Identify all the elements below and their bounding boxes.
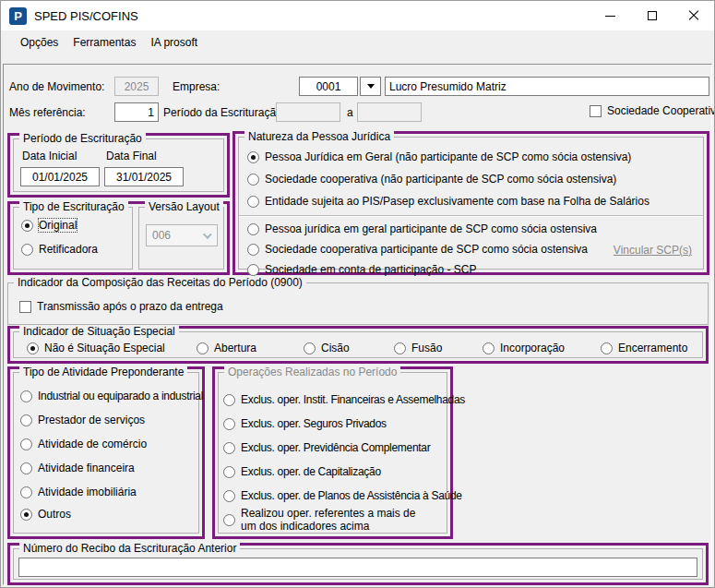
radio-incorporacao[interactable]: Incorporação <box>483 342 565 354</box>
radio-mais-de-um-indicador[interactable]: Realizou oper. referentes a mais de um d… <box>223 508 433 534</box>
minimize-icon <box>605 16 615 17</box>
radio-label: Pessoa jurídica em geral participante de… <box>265 222 597 235</box>
situacao-especial-highlight: Indicador de Situação Especial Não é Sit… <box>7 326 709 364</box>
radio-atividade-financeira[interactable]: Atividade financeira <box>20 462 135 474</box>
mes-referencia-field[interactable] <box>114 102 159 122</box>
window-controls <box>590 1 714 30</box>
periodo-escrituracao-highlight: Período de Escrituração Data Inicial Dat… <box>7 133 230 198</box>
menu-opcoes[interactable]: Opções <box>13 32 66 53</box>
radio-prestador-servicos[interactable]: Prestador de serviços <box>20 414 145 426</box>
radio-cooperativa-participante-scp[interactable]: Sociedade cooperativa participante de SC… <box>247 243 588 256</box>
maximize-icon <box>648 11 657 20</box>
menu-ia-prosoft[interactable]: IA prosoft <box>143 32 205 53</box>
chevron-down-icon <box>203 230 212 239</box>
minimize-button[interactable] <box>590 1 631 30</box>
radio-icon <box>304 342 316 354</box>
radio-entidade-folha-salarios[interactable]: Entidade sujeita ao PIS/Pasep exclusivam… <box>247 195 649 208</box>
radio-pj-geral[interactable]: Pessoa Jurídica em Geral (não participan… <box>247 150 631 163</box>
empresa-label: Empresa: <box>173 80 220 93</box>
radio-previdencia-complementar[interactable]: Exclus. oper. Previdência Complementar <box>223 441 430 454</box>
transmissao-prazo-checkbox[interactable]: Transmissão após o prazo da entrega <box>19 300 223 313</box>
radio-label: Industrial ou equiparado a industrial <box>38 390 203 402</box>
recibo-anterior-highlight: Número do Recibo da Escrituração Anterio… <box>7 543 709 585</box>
radio-planos-assistencia-saude[interactable]: Exclus. oper. de Planos de Assistência à… <box>223 489 462 502</box>
radio-pj-participante-scp[interactable]: Pessoa jurídica em geral participante de… <box>247 222 597 235</box>
vincular-scp-link[interactable]: Vincular SCP(s) <box>614 244 692 257</box>
radio-label: Abertura <box>214 342 256 354</box>
radio-label: Original <box>39 219 77 232</box>
radio-atividade-imobiliaria[interactable]: Atividade imobiliária <box>20 486 137 498</box>
radio-icon <box>223 418 235 430</box>
radio-atividade-comercio[interactable]: Atividade de comércio <box>20 438 147 450</box>
empresa-code-field[interactable] <box>299 77 358 96</box>
composicao-receitas-group: Indicador da Composição das Receitas do … <box>7 282 709 325</box>
radio-instituicoes-financeiras[interactable]: Exclus. oper. Instit. Financeiras e Asse… <box>223 393 465 406</box>
radio-capitalizacao[interactable]: Exclus. oper. de Capitalização <box>223 465 381 478</box>
radio-retificadora[interactable]: Retificadora <box>21 243 98 256</box>
empresa-dropdown-button[interactable] <box>360 77 381 96</box>
radio-label: Exclus. oper. Instit. Financeiras e Asse… <box>241 393 465 406</box>
radio-label: Exclus. oper. Seguros Privados <box>241 417 387 430</box>
close-button[interactable] <box>673 1 714 30</box>
radio-outros[interactable]: Outros <box>20 508 71 521</box>
radio-fusao[interactable]: Fusão <box>394 342 442 354</box>
sociedade-cooperativa-checkbox[interactable]: Sociedade Cooperativa <box>590 104 715 117</box>
data-inicial-label: Data Inicial <box>22 150 77 162</box>
radio-label: Retificadora <box>39 243 98 256</box>
natureza-highlight: Natureza da Pessoa Jurídica Pessoa Juríd… <box>232 131 709 275</box>
radio-icon <box>21 220 33 232</box>
atividade-preponderante-group: Tipo de Atividade Preponderante Industri… <box>13 372 199 534</box>
data-inicial-field[interactable] <box>20 167 100 186</box>
radio-sociedade-conta-participacao[interactable]: Sociedade em conta de participação - SCP <box>247 263 476 276</box>
radio-cisao[interactable]: Cisão <box>304 342 350 354</box>
radio-label: Fusão <box>411 342 442 354</box>
radio-label: Prestador de serviços <box>38 414 145 426</box>
radio-label: Sociedade cooperativa participante de SC… <box>265 243 588 256</box>
radio-label: Incorporação <box>500 342 565 354</box>
periodo-de-field <box>276 102 340 122</box>
radio-label: Encerramento <box>618 342 687 354</box>
radio-icon <box>20 462 32 474</box>
sociedade-cooperativa-label: Sociedade Cooperativa <box>607 104 715 117</box>
group-title: Tipo de Escrituração <box>19 201 128 213</box>
maximize-button[interactable] <box>631 1 673 30</box>
ano-movimento-label: Ano de Movimento: <box>9 80 104 93</box>
natureza-group: Natureza da Pessoa Jurídica Pessoa Juríd… <box>238 137 704 270</box>
radio-industrial[interactable]: Industrial ou equiparado a industrial <box>20 390 203 402</box>
radio-icon <box>223 490 235 502</box>
radio-nao-situacao-especial[interactable]: Não é Situação Especial <box>27 342 165 354</box>
dropdown-arrow-icon <box>367 84 375 89</box>
group-title: Indicador da Composição das Receitas do … <box>14 277 306 289</box>
radio-sociedade-cooperativa[interactable]: Sociedade cooperativa (não participante … <box>247 173 616 186</box>
radio-icon <box>197 342 209 354</box>
radio-icon <box>21 244 33 256</box>
recibo-anterior-field[interactable] <box>18 558 697 577</box>
data-final-field[interactable] <box>104 167 184 186</box>
radio-label: Sociedade cooperativa (não participante … <box>265 173 616 186</box>
recibo-anterior-group: Número do Recibo da Escrituração Anterio… <box>13 548 703 580</box>
radio-label: Atividade de comércio <box>38 438 147 450</box>
main-panel: Ano de Movimento: Empresa: Mês referênci… <box>3 64 712 585</box>
title-bar: P SPED PIS/COFINS <box>1 1 714 30</box>
radio-seguros-privados[interactable]: Exclus. oper. Seguros Privados <box>223 417 387 430</box>
radio-label: Atividade imobiliária <box>38 486 137 498</box>
checkbox-label: Transmissão após o prazo da entrega <box>37 300 223 313</box>
radio-icon <box>247 151 259 163</box>
versao-layout-combo: 006 <box>146 224 218 246</box>
radio-icon <box>247 174 259 186</box>
radio-icon <box>20 438 32 450</box>
checkbox-icon <box>19 301 31 313</box>
radio-label: Sociedade em conta de participação - SCP <box>265 263 476 276</box>
menu-ferramentas[interactable]: Ferramentas <box>66 32 143 53</box>
radio-icon <box>247 223 259 235</box>
radio-label: Não é Situação Especial <box>44 342 165 354</box>
radio-icon <box>223 442 235 454</box>
versao-layout-group: Versão Layout 006 <box>138 207 224 270</box>
close-icon <box>688 10 699 21</box>
radio-original[interactable]: Original <box>21 219 77 232</box>
mes-referencia-label: Mês referência: <box>9 106 86 119</box>
radio-icon <box>223 466 235 478</box>
radio-encerramento[interactable]: Encerramento <box>601 342 687 354</box>
radio-icon <box>223 394 235 406</box>
radio-abertura[interactable]: Abertura <box>197 342 256 354</box>
